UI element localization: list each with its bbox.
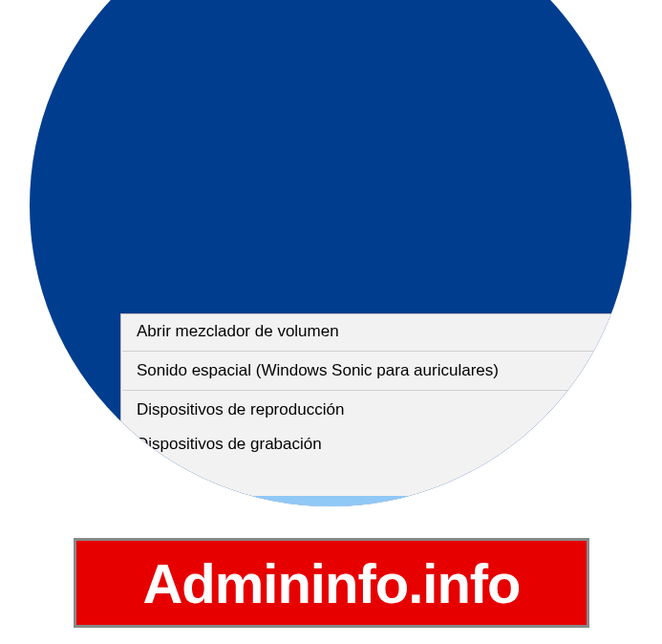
menu-item-open-volume-mixer[interactable]: Abrir mezclador de volumen [121, 314, 612, 349]
menu-separator [122, 351, 611, 352]
desktop-background-circle: Abrir mezclador de volumen Sonido espaci… [30, 0, 631, 506]
menu-item-recording-devices[interactable]: Dispositivos de grabación [121, 427, 612, 462]
menu-item-spatial-sound[interactable]: Sonido espacial (Windows Sonic para auri… [121, 354, 612, 388]
menu-separator [122, 390, 611, 391]
menu-item-troubleshoot-sound[interactable]: Solucionar problemas de sonido [121, 496, 612, 506]
menu-item-playback-devices[interactable]: Dispositivos de reproducción [121, 393, 612, 427]
menu-item-sounds[interactable]: Sonidos [121, 462, 612, 496]
watermark-text: Admininfo.info [142, 551, 520, 615]
watermark-banner: Admininfo.info [74, 538, 589, 628]
sound-context-menu: Abrir mezclador de volumen Sonido espaci… [120, 313, 613, 506]
